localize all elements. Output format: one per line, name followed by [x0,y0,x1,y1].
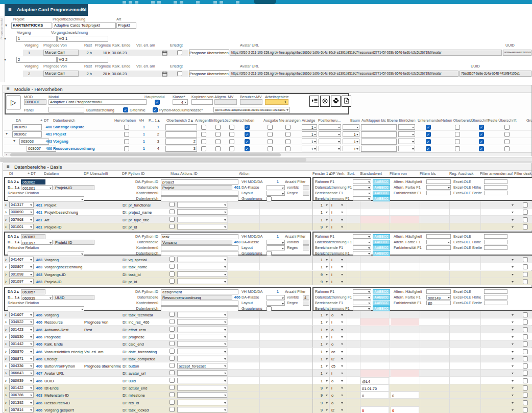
filter-deaktivieren-checkbox[interactable] [523,202,528,208]
anzeige-select[interactable]: 1 [302,139,317,144]
filtern-bis-cell[interactable] [391,362,419,370]
einruecken-select[interactable] [398,124,415,130]
untereinander-checkbox[interactable]: ✓ [426,139,431,144]
muss-checkbox[interactable] [170,327,175,332]
filtern-von-cell[interactable] [360,370,389,377]
filtern-von-cell[interactable] [360,278,389,285]
run-form-icon[interactable] [309,96,319,107]
feste-ueberschrift-checkbox[interactable] [504,146,510,151]
toolbar-icon[interactable] [213,1,217,4]
di-select[interactable]: 060939 [21,295,53,300]
dataitem-row[interactable]: ›041467463VorgangDI: vg_special1i [4,256,532,263]
ausgabe-checkbox[interactable] [268,146,273,151]
neben-oberbereich-checkbox[interactable] [455,146,460,151]
di-id-select[interactable]: 006530 [9,334,34,339]
muss-checkbox[interactable] [170,378,175,383]
einruecken-select[interactable] [398,131,415,137]
aktions-id-select[interactable] [177,327,227,332]
aktions-id-select[interactable] [177,257,227,262]
von-bis-field[interactable] [303,185,309,190]
di-name-field[interactable]: UUID [54,295,94,300]
muss-checkbox[interactable] [170,257,175,262]
filter-deaktivieren-checkbox[interactable] [523,272,528,277]
tab-menu-icon[interactable]: ≡ [8,6,11,12]
regex-field[interactable] [303,301,309,306]
aktions-id-select[interactable] [177,271,227,277]
avatar-url-field[interactable]: https://3f10-2-211-106-158.ngrok-free.ap… [230,71,458,77]
filter-deaktivieren-checkbox[interactable] [523,407,528,412]
untereinander-checkbox[interactable]: ✓ [426,125,431,130]
ueberschrift-checkbox[interactable]: ✓ [479,125,484,130]
aktions-id-select[interactable] [177,209,227,215]
filtern-bis-cell[interactable] [391,311,419,318]
di-id-select[interactable]: 001422 [9,385,34,391]
einruecken-select[interactable] [398,146,415,151]
aufklappen-field[interactable] [361,131,397,137]
aktions-id-select[interactable] [177,224,227,230]
module-table-scrollbar[interactable]: ‹ [4,152,531,156]
datenbereich-row[interactable]: ▾063063463Vorgang132✓11✓✓ [4,138,531,145]
da-python-id-field[interactable]: project [161,179,238,185]
project-field[interactable]: KARTENTRICKS [11,22,52,29]
filtern-bis-cell[interactable] [391,333,419,340]
loeschen-checkbox[interactable] [229,146,234,151]
filter-deaktivieren-checkbox[interactable] [523,334,528,339]
filtern-bis-cell[interactable] [391,216,419,223]
regex-field[interactable] [303,245,309,250]
filtern-von-cell[interactable] [360,201,389,209]
excel-ole-field[interactable] [484,185,507,190]
color-field-aabbcc[interactable]: AABBCC [373,234,390,239]
color-field-aabbcc[interactable]: AABBCC [373,251,390,256]
untereinander-checkbox[interactable]: ✓ [426,146,431,151]
toolbar-icon[interactable] [196,1,200,4]
dataitem-row[interactable]: ›000807463VorgangsbezeichnungDI: task_na… [4,263,532,270]
filtern-von-cell[interactable] [360,348,389,355]
rekursive-relation-select[interactable] [8,306,84,311]
rekursive-relation-select[interactable] [8,251,84,256]
filter-deaktivieren-checkbox[interactable] [523,371,528,376]
module-section-header[interactable]: ≡ Module - Hervorheben [3,85,531,93]
aktions-id-select[interactable] [177,312,227,317]
datenbereich-field[interactable] [161,196,238,201]
prognose-von-field[interactable]: Marcel Carl [43,50,79,56]
kontextmenu-field[interactable] [161,245,238,250]
gruppierung-checkbox[interactable] [267,196,272,201]
benutzer-mv-field[interactable] [240,99,262,105]
aufklappen-field[interactable] [361,124,397,130]
da-id-field[interactable]: 063062 [21,179,45,185]
da-klasse-select[interactable] [267,295,285,300]
filter-deaktivieren-checkbox[interactable] [523,363,528,369]
dataitem-row[interactable]: ›004336400Button/IronPythonPrognose über… [4,362,532,370]
di-id-select[interactable]: 001442 [9,341,34,347]
dataitem-row[interactable]: ›006786463Meilenstein-IDDI: milestone9o0… [4,392,532,399]
prognose-von-field[interactable]: Marcel Carl [43,71,79,77]
project-field[interactable]: Adaptive Cards Testprojekt [53,22,116,29]
anlegen-checkbox[interactable] [201,139,206,144]
altern-farbe-select[interactable] [426,240,451,244]
neben-oberbereich-checkbox[interactable] [455,139,460,144]
filtern-von-cell[interactable] [360,209,389,216]
da-klasse-select[interactable] [267,240,285,245]
verschieben-checkbox[interactable]: ✓ [245,146,250,151]
gruppierung-checkbox[interactable] [267,306,272,311]
run-module-button[interactable]: ▷ [7,96,20,109]
altern-haeufigkeit-field[interactable] [426,289,451,294]
di-id-select[interactable]: 001392 [9,400,34,405]
aktions-id-select[interactable] [177,217,227,222]
di-name-field[interactable]: Projekt-ID [54,240,94,245]
format-select[interactable] [353,179,371,184]
filtern-bis-cell[interactable] [391,223,419,231]
filtern-von-cell[interactable] [360,256,389,263]
filtern-von-cell[interactable] [360,311,389,318]
baum-select[interactable] [343,124,359,130]
altern-haeufigkeit-field[interactable] [426,234,451,239]
filtern-bis-cell[interactable] [391,370,419,377]
dataitem-row[interactable]: ›001422466Ist-EndeDI: actual_end9i01.01.… [4,384,532,392]
muss-checkbox[interactable] [170,202,175,207]
layout-select[interactable] [267,245,285,250]
filtern-bis-cell[interactable] [391,256,419,263]
color-field-aabbcc[interactable]: AABBCC [373,185,390,190]
filtern-von-cell[interactable] [360,318,389,326]
filtern-von-cell[interactable] [360,263,389,270]
muss-checkbox[interactable] [170,370,175,375]
